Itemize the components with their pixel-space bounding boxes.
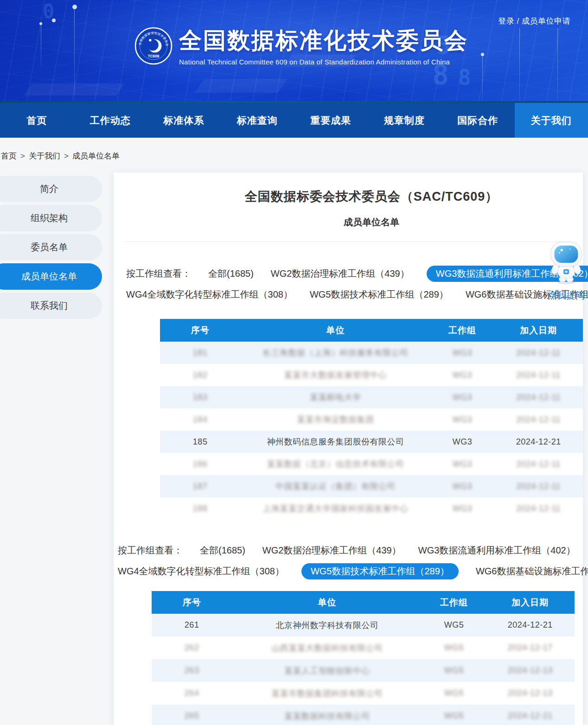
- workgroup-filter-tab[interactable]: WG6数据基础设施标准工作组（247）: [476, 565, 588, 578]
- cell-wg: WG5: [422, 682, 486, 705]
- cell-unit: 长三角数据（上海）科技服务有限公司: [240, 342, 430, 364]
- cell-no: 186: [160, 453, 240, 475]
- cell-no: 265: [152, 705, 232, 725]
- brand: 全国数据标准化技术委员会 TC609 全国数据标准化技术委员会 National…: [134, 25, 468, 66]
- cell-unit: 某某数据（北京）信息技术有限公司: [240, 453, 430, 475]
- nav-item[interactable]: 重要成果: [294, 103, 368, 138]
- workgroup-filter-tab[interactable]: WG4全域数字化转型标准工作组（308）: [118, 565, 284, 578]
- sidebar: 简介 组织架构 委员名单 成员单位名单 联系我们: [0, 176, 102, 322]
- table-row: 183 某某邮电大学 WG3 2024-12-11: [160, 386, 583, 408]
- robot-mascot-icon: [549, 241, 584, 286]
- workgroup-filter-tab[interactable]: 全部(1685): [208, 267, 254, 280]
- cell-no: 188: [160, 497, 240, 520]
- nav-item[interactable]: 工作动态: [74, 103, 147, 138]
- workgroup-filter-tab[interactable]: WG5数据技术标准工作组（289）: [301, 563, 459, 579]
- members-table-wg5: 序号 单位 工作组 加入日期 261 北京神州数字科技有限公司 WG5 2024…: [152, 591, 575, 725]
- sidebar-item[interactable]: 成员单位名单: [0, 263, 102, 290]
- filter-label: 按工作组查看：: [126, 267, 191, 280]
- decor-line: [41, 24, 41, 67]
- workgroup-filter-tab[interactable]: WG3数据流通利用标准工作组（402）: [418, 544, 575, 557]
- cell-no: 262: [152, 636, 232, 659]
- breadcrumb: 首页>关于我们>成员单位名单: [0, 138, 588, 161]
- cell-no: 182: [160, 364, 240, 386]
- cell-wg: WG3: [431, 386, 494, 408]
- sidebar-item[interactable]: 委员名单: [0, 234, 102, 261]
- workgroup-filter-tab[interactable]: WG2数据治理标准工作组（439）: [262, 544, 401, 557]
- nav-item[interactable]: 规章制度: [368, 103, 441, 138]
- login-member-apply-links[interactable]: 登录 / 成员单位申请: [498, 16, 570, 26]
- cell-date: 2024-12-11: [494, 342, 583, 364]
- filter-row-1: 按工作组查看： 全部(1685) WG2数据治理标准工作组（439） WG3数据…: [118, 543, 583, 558]
- breadcrumb-separator: >: [64, 152, 69, 160]
- table-row: 182 某某市大数据发展管理中心 WG3 2024-12-11: [160, 364, 583, 386]
- filter-row-2: WG4全域数字化转型标准工作组（308） WG5数据技术标准工作组（289） W…: [126, 287, 583, 302]
- cell-unit: 某某数据科技有限公司: [232, 705, 422, 725]
- cell-wg: WG3: [431, 475, 494, 497]
- filter-row-1: 按工作组查看： 全部(1685) WG2数据治理标准工作组（439） WG3数据…: [126, 266, 583, 281]
- title-divider: [125, 242, 572, 242]
- workgroup-filter: 按工作组查看： 全部(1685) WG2数据治理标准工作组（439） WG3数据…: [126, 266, 583, 302]
- assistant-widget[interactable]: 点我提问: [546, 241, 587, 302]
- breadcrumb-about[interactable]: 关于我们: [29, 152, 60, 160]
- cell-wg: WG3: [431, 431, 494, 453]
- cell-wg: WG3: [431, 408, 494, 431]
- tc609-logo-icon: 全国数据标准化技术委员会 TC609: [134, 27, 173, 65]
- filter-row-2: WG4全域数字化转型标准工作组（308） WG5数据技术标准工作组（289） W…: [118, 564, 583, 579]
- col-header-unit: 单位: [232, 591, 422, 614]
- cell-unit: 北京神州数字科技有限公司: [232, 614, 422, 636]
- cell-wg: WG3: [431, 342, 494, 364]
- workgroup-filter-tab[interactable]: WG2数据治理标准工作组（439）: [271, 267, 409, 280]
- workgroup-filter-tab[interactable]: WG5数据技术标准工作组（289）: [310, 288, 448, 301]
- cell-wg: WG5: [422, 659, 486, 682]
- cell-unit: 神州数码信息服务集团股份有限公司: [240, 431, 430, 453]
- nav-item[interactable]: 关于我们: [515, 103, 588, 138]
- cell-date: 2024-12-13: [486, 682, 575, 705]
- cell-unit: 某某邮电大学: [240, 386, 430, 408]
- page-title: 全国数据标委会技术委员会（SAC/TC609）: [160, 188, 583, 205]
- logo-badge-text: TC609: [148, 54, 160, 58]
- cell-date: 2024-12-11: [494, 364, 583, 386]
- cell-date: 2024-12-11: [494, 497, 583, 520]
- table-row: 264 某某市数据集团科技有限公司 WG5 2024-12-13: [152, 682, 575, 705]
- breadcrumb-home[interactable]: 首页: [1, 152, 17, 160]
- cell-wg: WG5: [422, 636, 486, 659]
- nav-item[interactable]: 国际合作: [441, 103, 515, 138]
- table-row: 187 中国某某认证（集团）有限公司 WG3 2024-12-11: [160, 475, 583, 497]
- table-header-row: 序号 单位 工作组 加入日期: [152, 591, 575, 614]
- table-row: 263 某某人工智能创新中心 WG5 2024-12-13: [152, 659, 575, 682]
- table-row: 262 山西某某大数据科技有限公司 WG5 2024-12-17: [152, 636, 575, 659]
- cell-date: 2024-12-21: [486, 614, 575, 636]
- col-header-wg: 工作组: [431, 319, 494, 342]
- nav-item[interactable]: 标准体系: [147, 103, 221, 138]
- decor-line: [519, 28, 520, 101]
- cell-unit: 某某市海淀数据集团: [240, 408, 430, 431]
- table-row: 186 某某数据（北京）信息技术有限公司 WG3 2024-12-11: [160, 453, 583, 475]
- section-wg3: 按工作组查看： 全部(1685) WG2数据治理标准工作组（439） WG3数据…: [114, 266, 583, 520]
- col-header-unit: 单位: [240, 319, 430, 342]
- workgroup-filter-tab[interactable]: 全部(1685): [200, 544, 245, 557]
- nav-item[interactable]: 首页: [0, 103, 74, 138]
- workgroup-filter-tab[interactable]: WG4全域数字化转型标准工作组（308）: [126, 288, 293, 301]
- cell-date: 2024-12-11: [494, 408, 583, 431]
- cell-date: 2024-12-21: [486, 705, 575, 725]
- nav-item[interactable]: 标准查询: [221, 103, 294, 138]
- cell-wg: WG5: [422, 614, 486, 636]
- sidebar-item[interactable]: 联系我们: [0, 293, 102, 319]
- page-subtitle: 成员单位名单: [160, 216, 583, 229]
- table-row: 188 上海某某交通大学国家科技园发展中心 WG3 2024-12-11: [160, 497, 583, 520]
- col-header-no: 序号: [152, 591, 232, 614]
- cell-date: 2024-12-21: [494, 431, 583, 453]
- cell-unit: 某某人工智能创新中心: [232, 659, 422, 682]
- sidebar-item[interactable]: 简介: [0, 176, 102, 202]
- cell-unit: 上海某某交通大学国家科技园发展中心: [240, 497, 430, 520]
- cell-wg: WG3: [431, 364, 494, 386]
- site-title: 全国数据标准化技术委员会: [179, 25, 468, 56]
- cell-wg: WG5: [422, 705, 486, 725]
- table-row: 184 某某市海淀数据集团 WG3 2024-12-11: [160, 408, 583, 431]
- cell-no: 261: [152, 614, 232, 636]
- cell-no: 183: [160, 386, 240, 408]
- sidebar-item[interactable]: 组织架构: [0, 205, 102, 231]
- decor-line: [482, 55, 483, 101]
- site-header: 5 8 8 0 登录 / 成员单位申请 全国数据标准化技术委员会 TC609: [0, 0, 588, 103]
- cell-no: 185: [160, 431, 240, 453]
